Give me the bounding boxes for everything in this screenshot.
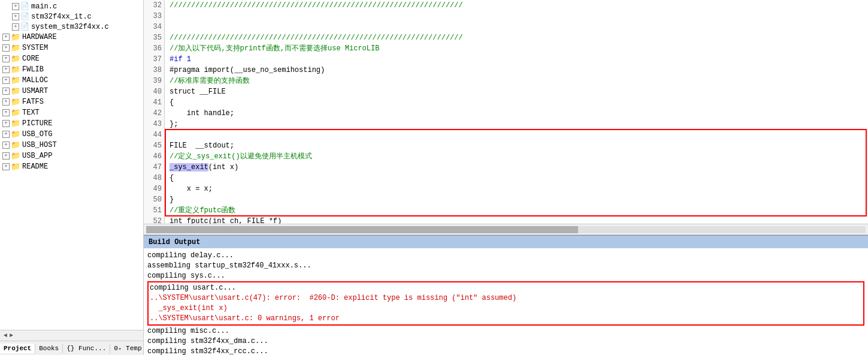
tree-item-malloc[interactable]: +📁MALLOC — [0, 75, 143, 86]
build-line-9: compiling stm32f4xx_rcc.c... — [147, 347, 864, 355]
line-num-45: 45 — [144, 140, 164, 151]
hscroll-track[interactable] — [146, 226, 866, 233]
expand-icon-fatfs[interactable]: + — [2, 98, 10, 106]
tree-label-hardware: HARDWARE — [22, 33, 57, 41]
tree-item-system-stm32f4xx-c[interactable]: +📄system_stm32f4xx.c — [0, 22, 143, 32]
expand-icon-usb-app[interactable]: + — [2, 152, 10, 160]
tree-item-main-c[interactable]: +📄main.c — [0, 1, 143, 11]
folder-icon-text: 📁 — [11, 108, 20, 118]
tree-label-usb-host: USB_HOST — [22, 141, 57, 149]
expand-icon-system[interactable]: + — [2, 44, 10, 52]
expand-icon-core[interactable]: + — [2, 55, 10, 62]
code-hscroll[interactable] — [144, 224, 868, 234]
line-num-36: 36 — [144, 43, 164, 54]
tree-item-stm32f4xx-it-c[interactable]: +📄stm32f4xx_it.c — [0, 11, 143, 22]
line-num-42: 42 — [144, 108, 164, 119]
line-num-41: 41 — [144, 97, 164, 108]
tree-item-usb-otg[interactable]: +📁USB_OTG — [0, 129, 143, 140]
line-numbers: 3233343536373839404142434445464748495051… — [144, 0, 165, 224]
tree-item-usb-app[interactable]: +📁USB_APP — [0, 151, 143, 161]
line-num-35: 35 — [144, 32, 164, 43]
main-panel: 3233343536373839404142434445464748495051… — [144, 0, 868, 355]
build-line-6: ..\SYSTEM\usart\usart.c: 0 warnings, 1 e… — [150, 314, 862, 324]
tab-books[interactable]: Books — [35, 344, 63, 353]
code-line-49: x = x; — [170, 183, 868, 194]
expand-icon-usmart[interactable]: + — [2, 88, 10, 95]
expand-icon-usb-otg[interactable]: + — [2, 131, 10, 138]
tree-label-readme: README — [22, 163, 48, 171]
tree-item-picture[interactable]: +📁PICTURE — [0, 118, 143, 129]
tree-label-text: TEXT — [22, 109, 40, 117]
build-error-box: compiling usart.c.....\SYSTEM\usart\usar… — [147, 281, 864, 326]
build-line-1: assembling startup_stm32f40_41xxx.s... — [147, 261, 864, 271]
sidebar-tabs: Project Books {} Func... 0₊ Temp... — [0, 341, 143, 355]
code-line-47: _sys_exit(int x) — [170, 162, 868, 173]
tree-label-fatfs: FATFS — [22, 98, 44, 106]
tree-item-core[interactable]: +📁CORE — [0, 53, 143, 64]
code-line-50: } — [170, 194, 868, 205]
build-line-5: _sys_exit(int x) — [150, 303, 862, 314]
tree-item-hardware[interactable]: +📁HARDWARE — [0, 32, 143, 43]
expand-icon-usb-host[interactable]: + — [2, 142, 10, 149]
build-output-header: Build Output — [144, 235, 868, 248]
tree-label-picture: PICTURE — [22, 119, 52, 128]
tree-label-malloc: MALLOC — [22, 76, 48, 85]
build-line-0: compiling delay.c... — [147, 251, 864, 261]
scroll-left-arrow[interactable]: ◄ — [2, 332, 8, 339]
code-line-41: { — [170, 97, 868, 108]
code-line-48: { — [170, 173, 868, 183]
build-line-8: compiling stm32f4xx_dma.c... — [147, 336, 864, 347]
expand-icon-malloc[interactable]: + — [2, 77, 10, 84]
line-num-34: 34 — [144, 22, 164, 32]
expand-icon-main-c[interactable]: + — [12, 3, 19, 10]
scroll-right-arrow[interactable]: ► — [8, 332, 14, 339]
expand-icon-hardware[interactable]: + — [2, 34, 10, 41]
folder-icon-system: 📁 — [11, 43, 20, 53]
code-line-37: #if 1 — [170, 54, 868, 65]
tree-item-usmart[interactable]: +📁USMART — [0, 86, 143, 97]
folder-icon-fatfs: 📁 — [11, 97, 20, 107]
expand-icon-text[interactable]: + — [2, 109, 10, 116]
tab-temp[interactable]: 0₊ Temp... — [110, 343, 144, 353]
tree-item-text[interactable]: +📁TEXT — [0, 107, 143, 118]
tree-item-fatfs[interactable]: +📁FATFS — [0, 97, 143, 107]
sidebar-hscroll[interactable]: ◄ ► — [0, 330, 143, 341]
expand-icon-picture[interactable]: + — [2, 120, 10, 127]
tab-func[interactable]: {} Func... — [63, 344, 110, 353]
expand-icon-readme[interactable]: + — [2, 163, 10, 170]
tree-label-stm32f4xx-it-c: stm32f4xx_it.c — [31, 13, 92, 21]
folder-icon-usb-app: 📁 — [11, 151, 20, 161]
code-area: 3233343536373839404142434445464748495051… — [144, 0, 868, 224]
tree-label-usb-otg: USB_OTG — [22, 130, 52, 139]
folder-icon-malloc: 📁 — [11, 76, 20, 85]
build-output-content[interactable]: compiling delay.c...assembling startup_s… — [144, 248, 868, 355]
code-line-52: int fputc(int ch, FILE *f) — [170, 216, 868, 224]
expand-icon-fwlib[interactable]: + — [2, 66, 10, 73]
tree-label-main-c: main.c — [31, 2, 57, 11]
expand-icon-stm32f4xx-it-c[interactable]: + — [12, 13, 19, 20]
folder-icon-core: 📁 — [11, 54, 20, 64]
line-num-44: 44 — [144, 130, 164, 140]
folder-icon-fwlib: 📁 — [11, 65, 20, 74]
build-line-3: compiling usart.c... — [150, 283, 862, 293]
tree-label-system: SYSTEM — [22, 44, 48, 52]
code-line-45: FILE __stdout; — [170, 140, 868, 151]
code-content[interactable]: ////////////////////////////////////////… — [165, 0, 868, 224]
expand-icon-system-stm32f4xx-c[interactable]: + — [12, 23, 19, 31]
folder-icon-readme: 📁 — [11, 162, 20, 172]
hscroll-thumb[interactable] — [146, 226, 578, 233]
line-num-39: 39 — [144, 76, 164, 86]
tree-label-core: CORE — [22, 55, 40, 63]
folder-icon-usb-otg: 📁 — [11, 130, 20, 139]
file-tree: +📄main.c+📄stm32f4xx_it.c+📄system_stm32f4… — [0, 0, 143, 330]
tab-project[interactable]: Project — [0, 344, 35, 353]
folder-icon-picture: 📁 — [11, 119, 20, 128]
file-icon-stm32f4xx-it-c: 📄 — [20, 12, 29, 21]
tree-item-system[interactable]: +📁SYSTEM — [0, 43, 143, 53]
tree-item-readme[interactable]: +📁README — [0, 161, 143, 172]
file-icon-system-stm32f4xx-c: 📄 — [20, 22, 29, 31]
code-line-39: //标准库需要的支持函数 — [170, 76, 868, 86]
code-line-34 — [170, 22, 868, 32]
tree-item-fwlib[interactable]: +📁FWLIB — [0, 64, 143, 75]
tree-item-usb-host[interactable]: +📁USB_HOST — [0, 140, 143, 151]
